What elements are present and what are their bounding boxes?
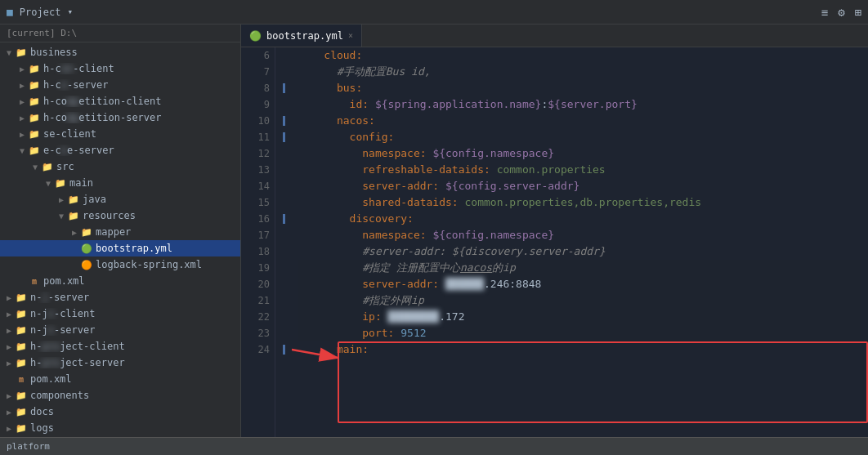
sidebar-item-business[interactable]: ▼ 📁 business bbox=[0, 44, 240, 60]
chevron-right-icon: ▶ bbox=[3, 391, 15, 400]
code-line-19: #指定 注册配置中心nacos的ip bbox=[298, 260, 861, 276]
sidebar-item-nj-server[interactable]: ▶ 📁 n-jx-server bbox=[0, 322, 240, 338]
xml-file-icon: 🟠 bbox=[80, 258, 93, 271]
sidebar-item-label: n-j-server bbox=[30, 292, 89, 303]
sidebar-root-label: [current] D:\ bbox=[7, 28, 77, 38]
chevron-right-icon: ▶ bbox=[3, 293, 15, 302]
title-bar: ■ Project ▾ ≡ ⚙ ⊞ bbox=[0, 0, 868, 25]
editor-gutter bbox=[275, 47, 292, 437]
sidebar-item-nj-client[interactable]: ▶ 📁 n-jx-client bbox=[0, 306, 240, 322]
folder-icon: 📁 bbox=[15, 405, 28, 418]
folder-icon: 📁 bbox=[15, 307, 28, 320]
code-with-overlay: cloud: #手动配置Bus id, bus: id: ${spring.ap… bbox=[292, 47, 868, 437]
sidebar-item-hc-client[interactable]: ▶ 📁 h-con-client bbox=[0, 60, 240, 77]
tab-label: bootstrap.yml bbox=[266, 30, 343, 42]
sidebar-item-n-server[interactable]: ▶ 📁 n-j-server bbox=[0, 289, 240, 306]
sidebar-item-pom-xml-1[interactable]: m pom.xml bbox=[0, 273, 240, 289]
toolbar-icon-2[interactable]: ⚙ bbox=[838, 6, 844, 19]
code-line-13: refreshable-dataids: common.properties bbox=[298, 162, 861, 178]
chevron-right-icon: ▶ bbox=[3, 359, 15, 368]
sidebar-item-h-ject-client[interactable]: ▶ 📁 h-project-client bbox=[0, 338, 240, 355]
sidebar-item-competition-client[interactable]: ▶ 📁 h-competition-client bbox=[0, 93, 240, 109]
tab-icon: 🟢 bbox=[249, 30, 262, 42]
chevron-right-icon: ▶ bbox=[16, 65, 28, 74]
sidebar-item-label: pom.xml bbox=[30, 373, 72, 385]
sidebar-item-label: h-project-client bbox=[30, 341, 125, 352]
code-line-15: shared-dataids: common.properties,db.pro… bbox=[298, 194, 861, 211]
folder-open-icon: 📁 bbox=[28, 144, 41, 157]
yaml-file-icon: 🟢 bbox=[80, 242, 93, 255]
code-line-21: #指定外网ip bbox=[298, 292, 861, 309]
sidebar-item-label: n-jx-server bbox=[30, 324, 96, 336]
folder-icon: 📁 bbox=[28, 78, 41, 91]
chevron-down-icon: ▼ bbox=[56, 212, 67, 221]
code-line-8: bus: bbox=[298, 80, 861, 96]
chevron-down-icon: ▼ bbox=[29, 163, 41, 172]
folder-icon: 📁 bbox=[28, 111, 41, 124]
sidebar-item-label: h-project-server bbox=[30, 357, 125, 368]
code-line-10: nacos: bbox=[298, 113, 861, 129]
sidebar-item-label: mapper bbox=[96, 226, 131, 238]
chevron-down-icon: ▼ bbox=[16, 146, 28, 155]
sidebar-item-label: docs bbox=[30, 406, 54, 417]
status-text: platform bbox=[7, 441, 50, 452]
code-line-7: #手动配置Bus id, bbox=[298, 64, 861, 80]
sidebar-item-se-client[interactable]: ▶ 📁 se-client bbox=[0, 126, 240, 142]
sidebar-item-label: h-con-client bbox=[43, 63, 114, 74]
code-editor[interactable]: cloud: #手动配置Bus id, bus: id: ${spring.ap… bbox=[292, 47, 868, 358]
sidebar-item-h-ject-server[interactable]: ▶ 📁 h-project-server bbox=[0, 355, 240, 371]
sidebar-item-label: h-co-server bbox=[43, 79, 109, 91]
chevron-right-icon: ▶ bbox=[3, 326, 15, 335]
editor-area: 🟢 bootstrap.yml × 6 7 8 9 10 11 12 13 14… bbox=[241, 25, 868, 437]
editor-tabs: 🟢 bootstrap.yml × bbox=[241, 25, 868, 47]
resources-folder-icon: 📁 bbox=[67, 209, 80, 222]
sidebar-item-label: e-coe-server bbox=[43, 145, 114, 156]
project-icon: ■ bbox=[7, 6, 13, 18]
code-line-11: config: bbox=[298, 129, 861, 145]
editor-content: 6 7 8 9 10 11 12 13 14 15 16 17 18 19 20… bbox=[241, 47, 868, 437]
code-line-9: id: ${spring.application.name}:${server.… bbox=[298, 96, 861, 113]
sidebar-item-hco-server[interactable]: ▶ 📁 h-co-server bbox=[0, 77, 240, 93]
code-line-20: server-addr: ██████.246:8848 bbox=[298, 276, 861, 292]
chevron-right-icon: ▶ bbox=[16, 130, 28, 139]
folder-icon: 📁 bbox=[15, 340, 28, 353]
sidebar-item-src[interactable]: ▼ 📁 src bbox=[0, 158, 240, 175]
sidebar-item-label: pom.xml bbox=[43, 275, 85, 287]
code-line-17: namespace: ${config.namespace} bbox=[298, 227, 861, 243]
sidebar-item-main[interactable]: ▼ 📁 main bbox=[0, 175, 240, 191]
folder-icon: 📁 bbox=[28, 127, 41, 141]
sidebar: [current] D:\ ▼ 📁 business ▶ 📁 h-con-cli… bbox=[0, 25, 241, 437]
chevron-right-icon: ▶ bbox=[3, 310, 15, 319]
tab-bootstrap-yml[interactable]: 🟢 bootstrap.yml × bbox=[241, 25, 362, 47]
chevron-down-icon: ▼ bbox=[43, 179, 54, 188]
sidebar-item-mapper[interactable]: ▶ 📁 mapper bbox=[0, 224, 240, 240]
project-dropdown-icon[interactable]: ▾ bbox=[67, 7, 73, 17]
sidebar-item-components[interactable]: ▶ 📁 components bbox=[0, 387, 240, 404]
sidebar-item-resources[interactable]: ▼ 📁 resources bbox=[0, 207, 240, 224]
folder-icon: 📁 bbox=[15, 422, 28, 435]
sidebar-item-label: bootstrap.yml bbox=[96, 243, 172, 254]
sidebar-item-label: components bbox=[30, 390, 89, 401]
tab-close-button[interactable]: × bbox=[348, 31, 353, 40]
sidebar-item-pom-xml-2[interactable]: m pom.xml bbox=[0, 371, 240, 387]
sidebar-item-bootstrap-yml[interactable]: 🟢 bootstrap.yml bbox=[0, 240, 240, 256]
sidebar-item-docs[interactable]: ▶ 📁 docs bbox=[0, 404, 240, 420]
sidebar-item-label: n-jx-client bbox=[30, 308, 96, 319]
sidebar-item-logs[interactable]: ▶ 📁 logs bbox=[0, 420, 240, 436]
toolbar-icon-3[interactable]: ⊞ bbox=[855, 6, 861, 19]
sidebar-item-competition-server[interactable]: ▶ 📁 h-competition-server bbox=[0, 109, 240, 126]
main-layout: [current] D:\ ▼ 📁 business ▶ 📁 h-con-cli… bbox=[0, 25, 868, 437]
sidebar-item-eco-server[interactable]: ▼ 📁 e-coe-server bbox=[0, 142, 240, 158]
sidebar-item-label: h-competition-server bbox=[43, 112, 162, 123]
sidebar-item-logback-xml[interactable]: 🟠 logback-spring.xml bbox=[0, 256, 240, 273]
sidebar-item-label: h-competition-client bbox=[43, 96, 162, 107]
code-line-6: cloud: bbox=[298, 47, 861, 64]
folder-open-icon: 📁 bbox=[15, 46, 28, 59]
sidebar-item-label: src bbox=[56, 161, 74, 172]
sidebar-tree[interactable]: ▼ 📁 business ▶ 📁 h-con-client ▶ 📁 h-co-s… bbox=[0, 42, 240, 437]
sidebar-item-java[interactable]: ▶ 📁 java bbox=[0, 191, 240, 207]
toolbar-icon-1[interactable]: ≡ bbox=[821, 6, 828, 19]
java-folder-icon: 📁 bbox=[67, 193, 80, 206]
sidebar-item-label: resources bbox=[83, 210, 136, 221]
maven-icon-2: m bbox=[15, 372, 28, 386]
